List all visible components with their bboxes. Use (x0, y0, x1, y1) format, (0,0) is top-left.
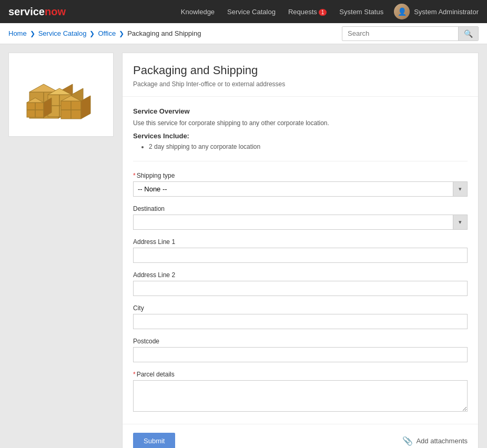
breadcrumb-sep-2: ❯ (89, 30, 95, 37)
avatar: 👤 (394, 4, 410, 19)
overview-title: Service Overview (133, 107, 468, 115)
required-indicator: * (133, 172, 136, 179)
breadcrumb-sep-3: ❯ (119, 30, 124, 37)
address-line2-input[interactable] (133, 281, 468, 296)
form-panel: Packaging and Shipping Package and Ship … (122, 53, 479, 448)
form-subtitle: Package and Ship Inter-office or to exte… (133, 80, 468, 88)
parcel-details-textarea[interactable] (133, 380, 468, 412)
nav-service-catalog[interactable]: Service Catalog (227, 8, 276, 16)
city-label: City (133, 304, 468, 312)
breadcrumb-bar: Home ❯ Service Catalog ❯ Office ❯ Packag… (0, 23, 487, 44)
search-button[interactable]: 🔍 (458, 27, 478, 40)
chevron-down-icon: ▾ (453, 181, 468, 197)
nav-requests[interactable]: Requests1 (288, 8, 327, 16)
destination-label: Destination (133, 205, 468, 212)
search-box: 🔍 (342, 26, 479, 41)
destination-select-wrapper: ▾ (133, 215, 468, 230)
address-line2-label: Address Line 2 (133, 271, 468, 279)
paperclip-icon: 📎 (402, 436, 413, 446)
postcode-input[interactable] (133, 347, 468, 362)
form-body: Service Overview Use this service for co… (123, 97, 478, 424)
destination-field: Destination ▾ (133, 205, 468, 230)
page-content: Packaging and Shipping Package and Ship … (0, 44, 487, 448)
city-input[interactable] (133, 314, 468, 329)
parcel-required-indicator: * (133, 371, 136, 378)
nav-system-status[interactable]: System Status (339, 8, 383, 16)
breadcrumb-service-catalog[interactable]: Service Catalog (38, 29, 87, 37)
services-list: 2 day shipping to any corporate location (133, 143, 468, 150)
city-field: City (133, 304, 468, 329)
breadcrumb: Home ❯ Service Catalog ❯ Office ❯ Packag… (8, 29, 342, 37)
shipping-type-label: *Shipping type (133, 172, 468, 179)
header-nav: Knowledge Service Catalog Requests1 Syst… (181, 8, 383, 16)
breadcrumb-sep-1: ❯ (30, 30, 35, 37)
nav-knowledge[interactable]: Knowledge (181, 8, 215, 16)
postcode-field: Postcode (133, 338, 468, 362)
address-line1-input[interactable] (133, 248, 468, 263)
attachments-label: Add attachments (416, 437, 468, 445)
parcel-details-label: *Parcel details (133, 371, 468, 378)
logo[interactable]: servicenow (8, 6, 66, 18)
services-title: Services Include: (133, 132, 468, 140)
address-line2-field: Address Line 2 (133, 271, 468, 296)
breadcrumb-home[interactable]: Home (8, 29, 27, 37)
destination-select[interactable] (133, 215, 453, 230)
app-header: servicenow Knowledge Service Catalog Req… (0, 0, 487, 23)
shipping-type-select[interactable]: -- None -- (133, 181, 453, 197)
service-overview: Service Overview Use this service for co… (133, 107, 468, 161)
page-title: Packaging and Shipping (133, 64, 468, 77)
submit-button[interactable]: Submit (133, 433, 175, 448)
shipping-type-select-wrapper: -- None -- ▾ (133, 181, 468, 197)
logo-service-text: service (8, 6, 45, 18)
postcode-label: Postcode (133, 338, 468, 345)
destination-chevron-icon: ▾ (453, 215, 468, 230)
address-line1-label: Address Line 1 (133, 238, 468, 246)
add-attachments-link[interactable]: 📎 Add attachments (402, 436, 468, 446)
address-line1-field: Address Line 1 (133, 238, 468, 263)
breadcrumb-office[interactable]: Office (98, 29, 116, 37)
user-name: System Administrator (414, 8, 479, 16)
breadcrumb-current: Packaging and Shipping (127, 29, 201, 37)
requests-badge: 1 (319, 9, 327, 16)
boxes-image (24, 63, 98, 126)
overview-text: Use this service for corporate shipping … (133, 119, 468, 127)
user-menu[interactable]: 👤 System Administrator (394, 4, 479, 19)
form-footer: Submit 📎 Add attachments (123, 424, 478, 448)
svg-marker-1 (29, 84, 58, 92)
search-input[interactable] (342, 27, 458, 40)
form-header: Packaging and Shipping Package and Ship … (123, 53, 478, 97)
shipping-type-field: *Shipping type -- None -- ▾ (133, 172, 468, 197)
parcel-details-field: *Parcel details (133, 371, 468, 413)
product-image-panel (8, 53, 114, 137)
form-fields: *Shipping type -- None -- ▾ Destination (133, 172, 468, 413)
search-icon: 🔍 (464, 29, 473, 38)
list-item: 2 day shipping to any corporate location (149, 143, 468, 150)
avatar-image: 👤 (394, 4, 410, 19)
logo-now-text: now (45, 6, 66, 18)
